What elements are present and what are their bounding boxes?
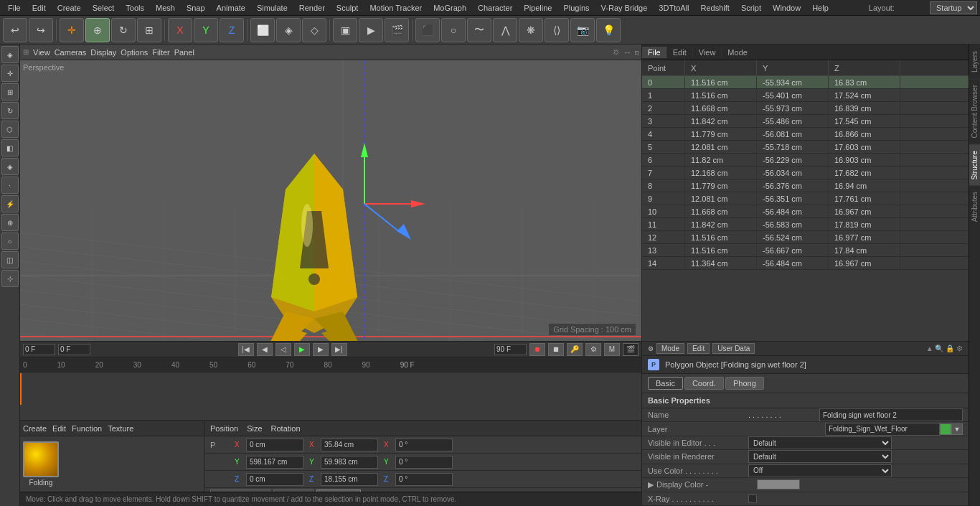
table-row[interactable]: 0 11.516 cm -55.934 cm 16.83 cm xyxy=(642,76,969,89)
menu-script[interactable]: Script xyxy=(736,2,766,14)
mat-edit[interactable]: Edit xyxy=(52,424,66,433)
sidebar-knife[interactable]: ⚡ xyxy=(1,195,19,212)
key-btn[interactable]: 🔑 xyxy=(567,343,583,356)
vt-filter[interactable]: Filter xyxy=(152,48,169,57)
table-row[interactable]: 3 11.842 cm -55.486 cm 17.545 cm xyxy=(642,115,969,128)
attr-tab-basic[interactable]: Basic xyxy=(648,377,683,390)
extrude-btn[interactable]: ⋀ xyxy=(493,18,517,42)
attr-ve-select[interactable]: Default xyxy=(748,436,892,449)
render-to-pic-btn[interactable]: 🎬 xyxy=(385,18,409,42)
table-row[interactable]: 5 12.081 cm -55.718 cm 17.603 cm xyxy=(642,141,969,154)
layout-select[interactable]: Startup xyxy=(930,1,977,14)
go-start-btn[interactable]: |◀ xyxy=(238,343,254,356)
attr-layer-input[interactable] xyxy=(825,423,940,436)
material-thumbnail[interactable] xyxy=(23,441,59,477)
sidebar-tab-structure[interactable]: Structure xyxy=(969,144,980,186)
film-btn[interactable]: 🎬 xyxy=(623,343,639,356)
sidebar-brush[interactable]: ○ xyxy=(1,233,19,250)
menu-motiontracker[interactable]: Motion Tracker xyxy=(364,2,427,14)
table-row[interactable]: 13 11.516 cm -56.667 cm 17.84 cm xyxy=(642,244,969,257)
cube-btn[interactable]: ⬛ xyxy=(415,18,440,42)
object-mode-btn[interactable]: ⬜ xyxy=(250,18,275,42)
menu-redshift[interactable]: Redshift xyxy=(696,2,735,14)
sidebar-move[interactable]: ✛ xyxy=(1,65,19,82)
sidebar-tab-layers[interactable]: Layers xyxy=(969,44,980,78)
sidebar-rotate[interactable]: ↻ xyxy=(1,102,19,119)
menu-mograph[interactable]: MoGraph xyxy=(428,2,471,14)
pos-y-input[interactable] xyxy=(246,456,303,469)
layer-options-btn[interactable]: ▼ xyxy=(951,423,963,435)
rotate-tool-btn[interactable]: ↻ xyxy=(111,18,136,42)
layer-color-btn[interactable] xyxy=(940,423,951,435)
rot-z-input[interactable] xyxy=(395,473,453,486)
render-region-btn[interactable]: ▣ xyxy=(333,18,357,42)
attr-name-input[interactable] xyxy=(819,408,963,421)
mat-function[interactable]: Function xyxy=(72,424,102,433)
sidebar-select[interactable]: ◈ xyxy=(1,46,19,63)
menu-mesh[interactable]: Mesh xyxy=(151,2,180,14)
sidebar-tab-attributes[interactable]: Attributes xyxy=(969,185,980,228)
menu-window[interactable]: Window xyxy=(768,2,806,14)
next-frame-btn[interactable]: ▶ xyxy=(313,343,329,356)
timeline-current-input[interactable] xyxy=(58,344,90,355)
table-row[interactable]: 6 11.82 cm -56.229 cm 16.903 cm xyxy=(642,154,969,167)
x-axis-btn[interactable]: X xyxy=(168,18,192,42)
timeline-content[interactable] xyxy=(20,373,641,405)
menu-edit[interactable]: Edit xyxy=(27,2,51,14)
go-end-btn[interactable]: ▶| xyxy=(331,343,347,356)
sidebar-point[interactable]: · xyxy=(1,177,19,194)
menu-tools[interactable]: Tools xyxy=(121,2,149,14)
table-row[interactable]: 11 11.842 cm -56.583 cm 17.819 cm xyxy=(642,218,969,231)
play-reverse-btn[interactable]: ◁ xyxy=(275,343,291,356)
tab-view-pts[interactable]: View xyxy=(693,47,722,58)
table-row[interactable]: 12 11.516 cm -56.524 cm 16.977 cm xyxy=(642,231,969,244)
sidebar-mirror[interactable]: ◫ xyxy=(1,251,19,268)
table-row[interactable]: 1 11.516 cm -55.401 cm 17.524 cm xyxy=(642,89,969,102)
tab-file[interactable]: File xyxy=(642,47,667,58)
cloner-btn[interactable]: ❋ xyxy=(519,18,543,42)
attr-vr-select[interactable]: Default xyxy=(748,450,892,463)
table-row[interactable]: 14 11.364 cm -56.484 cm 16.967 cm xyxy=(642,257,969,270)
menu-vray[interactable]: V-Ray Bridge xyxy=(596,2,653,14)
table-row[interactable]: 7 12.168 cm -56.034 cm 17.682 cm xyxy=(642,167,969,179)
menu-snap[interactable]: Snap xyxy=(182,2,210,14)
display-color-preview[interactable] xyxy=(757,479,800,489)
xray-checkbox[interactable] xyxy=(748,495,757,503)
attr-userdata-btn[interactable]: User Data xyxy=(712,343,755,354)
light-btn[interactable]: 💡 xyxy=(596,18,621,42)
table-row[interactable]: 4 11.779 cm -56.081 cm 16.866 cm xyxy=(642,128,969,141)
mat-texture[interactable]: Texture xyxy=(108,424,133,433)
camera-btn[interactable]: 📷 xyxy=(570,18,595,42)
sidebar-scale[interactable]: ⊞ xyxy=(1,83,19,100)
menu-character[interactable]: Character xyxy=(473,2,517,14)
sidebar-edge[interactable]: ◈ xyxy=(1,158,19,175)
rot-y-input[interactable] xyxy=(395,456,453,469)
vt-display[interactable]: Display xyxy=(90,48,116,57)
menu-render[interactable]: Render xyxy=(294,2,330,14)
timeline-end-input[interactable] xyxy=(494,344,527,355)
vt-options[interactable]: Options xyxy=(121,48,148,57)
menu-select[interactable]: Select xyxy=(88,2,120,14)
redo-btn[interactable]: ↪ xyxy=(29,18,53,42)
table-row[interactable]: 2 11.668 cm -55.973 cm 16.839 cm xyxy=(642,102,969,115)
vt-cameras[interactable]: Cameras xyxy=(55,48,87,57)
size-x-input[interactable] xyxy=(321,439,378,451)
deformer-btn[interactable]: ⟨⟩ xyxy=(545,18,569,42)
prev-frame-btn[interactable]: ◀ xyxy=(257,343,273,356)
vt-view[interactable]: View xyxy=(33,48,50,57)
menu-3dtoall[interactable]: 3DTtoAll xyxy=(654,2,694,14)
select-tool-btn[interactable]: ⊕ xyxy=(85,18,110,42)
timeline-start-input[interactable] xyxy=(23,344,55,355)
move-tool-btn[interactable]: ✛ xyxy=(60,18,84,42)
table-row[interactable]: 10 11.668 cm -56.484 cm 16.967 cm xyxy=(642,205,969,218)
table-row[interactable]: 8 11.779 cm -56.376 cm 16.94 cm xyxy=(642,179,969,192)
play-btn[interactable]: ▶ xyxy=(294,343,310,356)
menu-create[interactable]: Create xyxy=(52,2,86,14)
tab-mode-pts[interactable]: Mode xyxy=(722,47,753,58)
menu-file[interactable]: File xyxy=(3,2,26,14)
attr-uc-select[interactable]: Off xyxy=(748,464,892,477)
viewport-main[interactable]: X Y Z Perspective Grid Spacing : 100 cm xyxy=(20,60,641,341)
material-item-folding[interactable]: Folding xyxy=(23,441,59,487)
sidebar-tab-content[interactable]: Content Browser xyxy=(969,78,980,144)
table-row[interactable]: 9 12.081 cm -56.351 cm 17.761 cm xyxy=(642,192,969,205)
